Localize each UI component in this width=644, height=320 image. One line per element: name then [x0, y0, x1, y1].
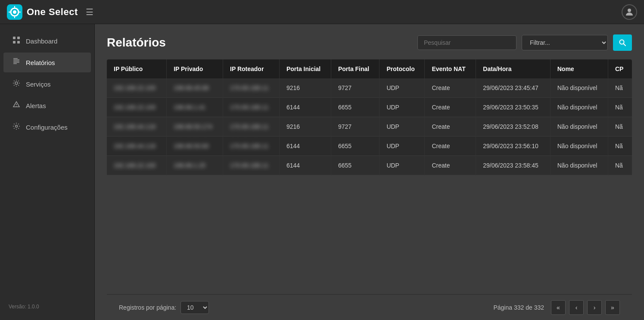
- sidebar-item-label-relatorios: Relatórios: [26, 59, 55, 66]
- per-page-select[interactable]: 10 25 50 100: [180, 301, 209, 314]
- col-protocolo: Protocolo: [380, 59, 425, 78]
- table-cell: Não disponível: [550, 137, 608, 156]
- table-cell: 170.69.188.11: [223, 137, 280, 156]
- next-page-button[interactable]: ›: [587, 300, 602, 315]
- sidebar-item-alertas[interactable]: Alertas: [3, 96, 91, 115]
- table-cell: 9216: [279, 78, 331, 98]
- svg-rect-13: [13, 59, 19, 60]
- table-cell: 9216: [279, 117, 331, 137]
- table-cell: 170.69.188.11: [223, 98, 280, 117]
- table-cell: Create: [425, 78, 476, 98]
- filter-select[interactable]: Filtrar...: [522, 35, 608, 50]
- table-cell: 192.168.22.100: [107, 78, 167, 98]
- table-cell: Não disponível: [550, 78, 608, 98]
- svg-rect-10: [13, 41, 16, 43]
- version-label: Versão: 1.0.0: [0, 300, 94, 313]
- search-input[interactable]: [417, 35, 516, 50]
- table-cell: 29/06/2023 23:45:47: [476, 78, 550, 98]
- table-cell: 9727: [331, 78, 380, 98]
- data-table: IP Público IP Privado IP Roteador Porta …: [107, 59, 632, 175]
- table-row: 192.168.44.116198.68.50.60170.69.188.116…: [107, 137, 632, 156]
- col-ip-roteador: IP Roteador: [223, 59, 280, 78]
- table-cell: Create: [425, 98, 476, 117]
- table-cell: 170.69.188.11: [223, 78, 280, 98]
- table-cell: 6655: [331, 156, 380, 175]
- col-nome: Nome: [550, 59, 608, 78]
- svg-point-19: [16, 106, 16, 106]
- col-porta-inicial: Porta Inicial: [279, 59, 331, 78]
- table-cell: Não disponível: [550, 156, 608, 175]
- col-data-hora: Data/Hora: [476, 59, 550, 78]
- header-controls: Filtrar...: [417, 34, 632, 51]
- app-name: One Select: [27, 6, 78, 18]
- table-cell: Nã: [608, 78, 632, 98]
- table-cell: Nã: [608, 137, 632, 156]
- records-per-page: Registros por página: 10 25 50 100: [119, 301, 209, 314]
- col-ip-publico: IP Público: [107, 59, 167, 78]
- col-evento-nat: Evento NAT: [425, 59, 476, 78]
- table-cell: 170.69.188.11: [223, 156, 280, 175]
- page-info: Página 332 de 332: [493, 304, 544, 311]
- user-avatar-icon[interactable]: [622, 4, 637, 20]
- pagination: Página 332 de 332 « ‹ › »: [493, 300, 620, 315]
- prev-page-button[interactable]: ‹: [569, 300, 584, 315]
- footer: Registros por página: 10 25 50 100 Págin…: [107, 294, 632, 320]
- logo-area: One Select: [7, 4, 78, 20]
- table-row: 192.168.44.116198.68.50.174170.69.188.11…: [107, 117, 632, 137]
- svg-rect-12: [13, 58, 18, 59]
- table-cell: 170.69.188.11: [223, 117, 280, 137]
- alertas-icon: [12, 101, 21, 110]
- navbar: One Select ☰: [0, 0, 644, 24]
- col-ip-privado: IP Privado: [167, 59, 223, 78]
- search-button[interactable]: [613, 34, 632, 51]
- hamburger-icon[interactable]: ☰: [86, 7, 93, 17]
- table-cell: Não disponível: [550, 117, 608, 137]
- table-cell: 192.168.44.116: [107, 117, 167, 137]
- table-cell: 198.68.45.88: [167, 78, 223, 98]
- table-cell: Create: [425, 137, 476, 156]
- svg-rect-15: [13, 62, 19, 63]
- first-page-button[interactable]: «: [551, 300, 566, 315]
- table-cell: 192.168.22.100: [107, 156, 167, 175]
- table-cell: 9727: [331, 117, 380, 137]
- table-row: 192.168.22.100198.68.1.25170.69.188.1161…: [107, 156, 632, 175]
- logo-icon: [7, 4, 22, 20]
- table-cell: Nã: [608, 117, 632, 137]
- table-cell: Não disponível: [550, 98, 608, 117]
- navbar-left: One Select ☰: [7, 4, 93, 20]
- sidebar-item-label-configuracoes: Configurações: [26, 124, 68, 131]
- sidebar-item-configuracoes[interactable]: Configurações: [3, 117, 91, 137]
- svg-point-20: [16, 125, 18, 127]
- table-cell: 29/06/2023 23:50:35: [476, 98, 550, 117]
- table-cell: 192.168.44.116: [107, 137, 167, 156]
- table-cell: UDP: [380, 156, 425, 175]
- table-cell: 6655: [331, 98, 380, 117]
- svg-point-7: [628, 9, 631, 12]
- servicos-icon: [12, 79, 21, 89]
- svg-rect-11: [17, 41, 20, 43]
- sidebar-item-label-alertas: Alertas: [26, 102, 46, 109]
- table-cell: 6655: [331, 137, 380, 156]
- table-cell: 198.68.50.60: [167, 137, 223, 156]
- table-cell: Create: [425, 156, 476, 175]
- configuracoes-icon: [12, 122, 21, 132]
- search-icon: [619, 39, 626, 47]
- sidebar-item-relatorios[interactable]: Relatórios: [3, 53, 91, 72]
- table-row: 192.168.22.100198.68.45.88170.69.188.119…: [107, 78, 632, 98]
- table-header-row: IP Público IP Privado IP Roteador Porta …: [107, 59, 632, 78]
- dashboard-icon: [12, 36, 21, 46]
- table-cell: Nã: [608, 98, 632, 117]
- sidebar-item-dashboard[interactable]: Dashboard: [3, 31, 91, 51]
- svg-line-22: [624, 44, 626, 46]
- layout: Dashboard Relatórios Serviços Alertas: [0, 24, 644, 320]
- table-cell: 29/06/2023 23:58:45: [476, 156, 550, 175]
- table-wrapper: IP Público IP Privado IP Roteador Porta …: [107, 59, 632, 294]
- table-cell: UDP: [380, 78, 425, 98]
- last-page-button[interactable]: »: [605, 300, 620, 315]
- page-title: Relatórios: [107, 36, 166, 50]
- table-cell: 6144: [279, 137, 331, 156]
- page-header: Relatórios Filtrar...: [107, 34, 632, 51]
- col-porta-final: Porta Final: [331, 59, 380, 78]
- records-label: Registros por página:: [119, 304, 176, 311]
- sidebar-item-servicos[interactable]: Serviços: [3, 74, 91, 94]
